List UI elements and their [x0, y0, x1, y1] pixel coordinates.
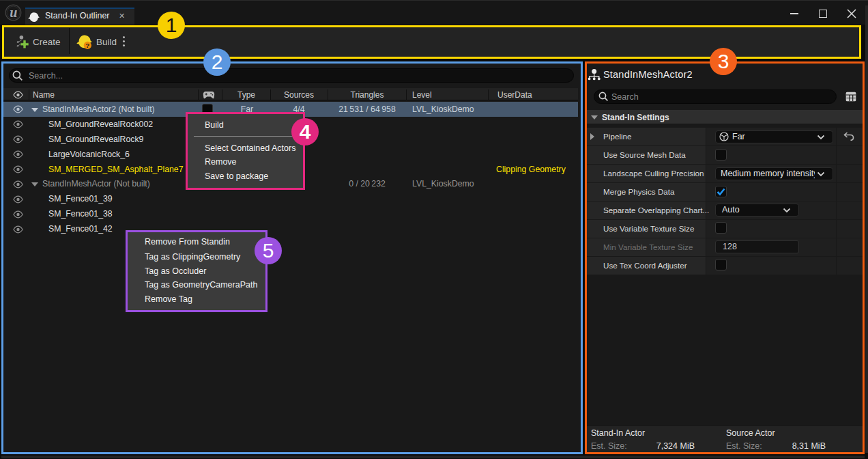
svg-text:?: ?	[85, 42, 89, 49]
svg-text:u: u	[10, 5, 17, 20]
